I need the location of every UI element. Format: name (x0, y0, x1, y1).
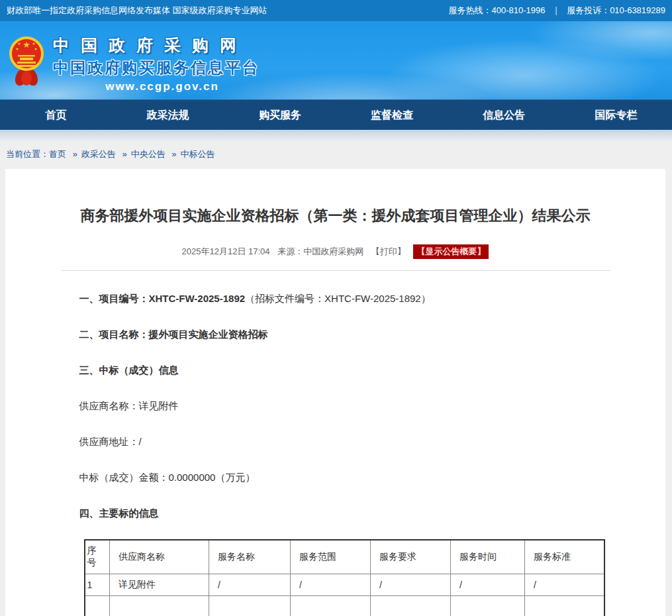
col-supplier-name: 供应商名称 (110, 540, 209, 574)
svg-text:★: ★ (23, 40, 30, 50)
cell-empty (85, 595, 110, 616)
breadcrumb-central-notices[interactable]: 中央公告 (131, 149, 166, 159)
article-body: 一、项目编号：XHTC-FW-2025-1892（招标文件编号：XHTC-FW-… (61, 291, 610, 616)
col-service-requirement: 服务要求 (371, 540, 451, 574)
breadcrumb: 当前位置：首页 »政采公告 »中央公告 »中标公告 (0, 142, 672, 169)
service-complaint: 服务投诉：010-63819289 (567, 5, 665, 17)
cell-service-time: / (451, 574, 525, 595)
cell-empty (451, 595, 525, 616)
article-meta: 2025年12月12日 17:04 来源：中国政府采购网 【打印】 【显示公告概… (5, 244, 665, 259)
svg-text:★: ★ (34, 47, 37, 51)
breadcrumb-separator: » (73, 149, 77, 159)
col-service-name: 服务名称 (209, 540, 291, 574)
nav-item-purchase-services[interactable]: 购买服务 (224, 100, 336, 130)
article-title: 商务部援外项目实施企业资格招标（第一类：援外成套项目管理企业）结果公示 (35, 206, 636, 227)
show-summary-button[interactable]: 【显示公告概要】 (413, 244, 489, 259)
svg-text:★: ★ (32, 42, 35, 46)
cell-supplier-name: 详见附件 (110, 574, 209, 595)
col-service-scope: 服务范围 (291, 540, 371, 574)
paragraph-project-name: 二、项目名称：援外项目实施企业资格招标 (79, 327, 610, 341)
breadcrumb-procurement-notices[interactable]: 政采公告 (81, 149, 116, 159)
meta-divider (61, 270, 610, 271)
site-subtitle: 中国政府购买服务信息平台 (53, 58, 271, 78)
cell-service-name: / (209, 574, 291, 595)
paragraph-project-number: 一、项目编号：XHTC-FW-2025-1892（招标文件编号：XHTC-FW-… (79, 291, 610, 305)
cell-service-standard: / (525, 574, 604, 595)
col-serial-number: 序号 (85, 540, 110, 574)
cell-empty (291, 595, 371, 616)
nav-item-home[interactable]: 首页 (0, 100, 112, 130)
nav-item-international[interactable]: 国际专栏 (560, 100, 672, 130)
site-name: 中国政府采购网 (53, 34, 271, 56)
national-emblem-logo: ★ ★ ★ ★ ★ (9, 33, 44, 87)
breadcrumb-separator: » (122, 149, 126, 159)
article-source: 来源：中国政府采购网 (277, 246, 363, 256)
breadcrumb-home[interactable]: 首页 (49, 149, 66, 159)
publish-datetime: 2025年12月12日 17:04 (182, 246, 270, 256)
cell-serial-number: 1 (85, 574, 110, 595)
cell-empty (209, 595, 291, 616)
nav-shadow-strip (0, 130, 672, 142)
cell-empty (371, 595, 451, 616)
cell-empty (525, 595, 604, 616)
main-subject-table: 序号 供应商名称 服务名称 服务范围 服务要求 服务时间 服务标准 1 详见附件… (84, 539, 605, 616)
table-row (85, 595, 604, 616)
breadcrumb-award-notices[interactable]: 中标公告 (181, 149, 215, 159)
paragraph-main-subject-heading: 四、主要标的信息 (79, 506, 610, 520)
topbar-divider: ｜ (552, 5, 560, 17)
col-service-time: 服务时间 (451, 540, 525, 574)
breadcrumb-prefix: 当前位置： (6, 149, 49, 159)
paragraph-supplier-address: 供应商地址：/ (79, 435, 610, 448)
cell-service-scope: / (291, 574, 371, 595)
print-button[interactable]: 【打印】 (371, 246, 406, 256)
nav-item-supervision[interactable]: 监督检查 (336, 100, 448, 130)
article-card: 商务部援外项目实施企业资格招标（第一类：援外成套项目管理企业）结果公示 2025… (5, 169, 665, 616)
site-slogan: 财政部唯一指定政府采购信息网络发布媒体 国家级政府采购专业网站 (7, 5, 267, 17)
breadcrumb-separator: » (171, 149, 176, 159)
nav-item-announcements[interactable]: 信息公告 (448, 100, 560, 130)
nav-item-regulations[interactable]: 政采法规 (112, 100, 224, 130)
site-url: www.ccgp.gov.cn (53, 80, 271, 93)
table-header-row: 序号 供应商名称 服务名称 服务范围 服务要求 服务时间 服务标准 (85, 540, 604, 574)
cell-empty (110, 595, 209, 616)
paragraph-award-info-heading: 三、中标（成交）信息 (79, 363, 610, 377)
main-nav: 首页 政采法规 购买服务 监督检查 信息公告 国际专栏 (0, 99, 672, 130)
top-utility-bar: 财政部唯一指定政府采购信息网络发布媒体 国家级政府采购专业网站 服务热线：400… (0, 0, 672, 21)
paragraph-supplier-name: 供应商名称：详见附件 (79, 399, 610, 413)
paragraph-award-amount: 中标（成交）金额：0.0000000（万元） (79, 470, 610, 484)
table-row: 1 详见附件 / / / / / (85, 574, 604, 595)
service-hotline: 服务热线：400-810-1996 (448, 5, 545, 17)
svg-text:★: ★ (15, 47, 19, 51)
col-service-standard: 服务标准 (525, 540, 604, 574)
cell-service-requirement: / (371, 574, 451, 595)
site-header: ★ ★ ★ ★ ★ 中国政府采购网 中国政府购买服务信息平台 www.ccgp.… (0, 21, 672, 99)
svg-text:★: ★ (17, 42, 21, 46)
